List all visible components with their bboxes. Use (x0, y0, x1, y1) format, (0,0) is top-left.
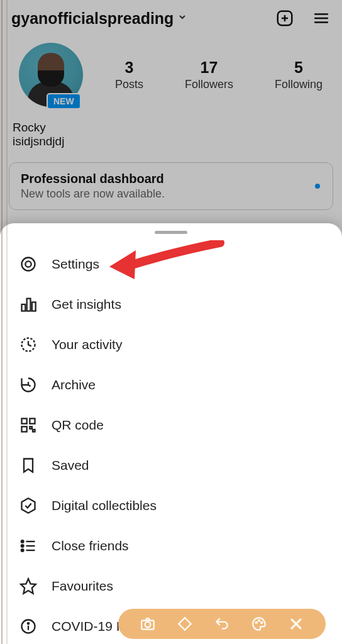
menu-label: Saved (52, 458, 89, 473)
svg-rect-13 (30, 419, 35, 424)
bio-section: Rocky isidjsndjdj (0, 112, 342, 156)
menu-label: Archive (52, 377, 96, 392)
drag-handle[interactable] (155, 231, 187, 234)
undo-icon[interactable] (212, 614, 231, 633)
svg-point-20 (21, 549, 24, 552)
profile-section: NEW 3 Posts 17 Followers 5 Following (0, 36, 342, 112)
dashboard-title: Professional dashboard (21, 172, 321, 186)
following-label: Following (275, 78, 323, 91)
star-icon (19, 577, 38, 596)
stats-row: 3 Posts 17 Followers 5 Following (107, 58, 331, 91)
saved-icon (19, 456, 38, 475)
menu-item-archive[interactable]: Archive (0, 365, 342, 405)
annotation-toolbar (118, 609, 326, 639)
close-friends-icon (19, 536, 38, 555)
svg-rect-8 (22, 304, 26, 311)
followers-count: 17 (185, 58, 233, 77)
posts-label: Posts (115, 78, 143, 91)
camera-icon[interactable] (138, 614, 157, 633)
menu-label: Your activity (52, 337, 122, 352)
menu-label: Get insights (52, 297, 121, 312)
menu-item-settings[interactable]: Settings (0, 244, 342, 284)
menu-item-favourites[interactable]: Favourites (0, 566, 342, 606)
svg-point-26 (28, 623, 29, 624)
hexagon-check-icon (19, 496, 38, 515)
svg-rect-10 (32, 303, 36, 311)
tag-icon[interactable] (175, 614, 194, 633)
menu-item-saved[interactable]: Saved (0, 445, 342, 486)
options-bottom-sheet: Settings Get insights Your activity (0, 223, 342, 644)
menu-item-insights[interactable]: Get insights (0, 284, 342, 325)
svg-rect-15 (30, 426, 32, 429)
info-icon (19, 617, 38, 636)
header-actions (275, 9, 331, 28)
activity-icon (19, 335, 38, 354)
menu-icon[interactable] (312, 10, 331, 26)
close-icon[interactable] (287, 614, 306, 633)
stat-followers[interactable]: 17 Followers (185, 58, 233, 91)
chevron-down-icon (177, 12, 187, 25)
menu-label: Favourites (52, 579, 113, 594)
svg-point-33 (261, 622, 262, 623)
menu-label: Digital collectibles (52, 498, 157, 513)
svg-point-6 (22, 258, 35, 271)
svg-rect-12 (22, 419, 27, 424)
settings-icon (19, 255, 38, 274)
qr-code-icon (19, 416, 38, 435)
menu-list: Settings Get insights Your activity (0, 240, 342, 644)
new-badge: NEW (47, 93, 81, 109)
profile-header: gyanofficialspreading (0, 0, 342, 36)
svg-rect-14 (22, 426, 27, 431)
svg-marker-24 (21, 579, 35, 593)
menu-label: Close friends (52, 538, 129, 553)
following-count: 5 (275, 58, 323, 77)
followers-label: Followers (185, 78, 233, 91)
menu-item-digital-collectibles[interactable]: Digital collectibles (0, 486, 342, 526)
professional-dashboard-card[interactable]: Professional dashboard New tools are now… (9, 162, 333, 210)
menu-label: QR code (52, 418, 104, 433)
svg-point-31 (255, 622, 256, 623)
archive-icon (19, 375, 38, 394)
username-text: gyanofficialspreading (11, 9, 174, 28)
create-button[interactable] (275, 9, 294, 28)
avatar-wrap[interactable]: NEW (19, 43, 88, 107)
menu-item-qr-code[interactable]: QR code (0, 405, 342, 445)
svg-point-18 (21, 540, 24, 543)
svg-point-30 (145, 622, 151, 628)
svg-point-32 (258, 620, 260, 621)
menu-item-your-activity[interactable]: Your activity (0, 325, 342, 365)
svg-marker-17 (22, 498, 35, 513)
stat-following[interactable]: 5 Following (275, 58, 323, 91)
bio-text: isidjsndjdj (13, 135, 329, 148)
notification-dot-icon (315, 184, 320, 189)
insights-icon (19, 295, 38, 314)
dashboard-subtitle: New tools are now available. (21, 187, 321, 201)
posts-count: 3 (115, 58, 143, 77)
menu-item-close-friends[interactable]: Close friends (0, 526, 342, 566)
svg-rect-16 (33, 430, 35, 432)
username-dropdown[interactable]: gyanofficialspreading (11, 9, 187, 28)
svg-rect-9 (27, 299, 31, 311)
stat-posts[interactable]: 3 Posts (115, 58, 143, 91)
menu-label: Settings (52, 257, 99, 272)
svg-point-19 (21, 545, 24, 547)
svg-point-7 (25, 261, 31, 267)
display-name: Rocky (13, 121, 329, 135)
palette-icon[interactable] (250, 614, 268, 633)
